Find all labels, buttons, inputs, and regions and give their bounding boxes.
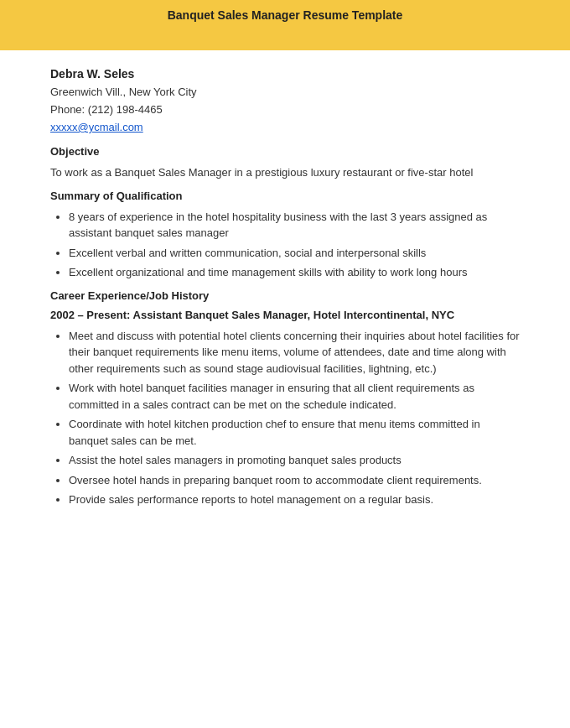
candidate-phone: Phone: (212) 198-4465 [50, 103, 520, 116]
summary-bullet-1: 8 years of experience in the hotel hospi… [69, 209, 520, 242]
summary-bullet-3: Excellent organizational and time manage… [69, 264, 520, 281]
job1-list: Meet and discuss with potential hotel cl… [50, 328, 520, 508]
job1-bullet-5: Oversee hotel hands in preparing banquet… [69, 472, 520, 489]
objective-title: Objective [50, 145, 520, 158]
job1-bullet-3: Coordinate with hotel kitchen production… [69, 416, 520, 449]
job1-bullet-4: Assist the hotel sales managers in promo… [69, 452, 520, 469]
job1-bullet-6: Provide sales performance reports to hot… [69, 491, 520, 508]
summary-bullet-2: Excellent verbal and written communicati… [69, 245, 520, 262]
summary-list: 8 years of experience in the hotel hospi… [50, 209, 520, 281]
objective-text: To work as a Banquet Sales Manager in a … [50, 164, 520, 181]
summary-title: Summary of Qualification [50, 190, 520, 202]
job1-title: 2002 – Present: Assistant Banquet Sales … [50, 309, 520, 321]
job1-bullet-1: Meet and discuss with potential hotel cl… [69, 328, 520, 377]
resume-document: Banquet Sales Manager Resume Template De… [0, 0, 570, 728]
document-title: Banquet Sales Manager Resume Template [50, 8, 520, 22]
document-header: Banquet Sales Manager Resume Template [0, 0, 570, 50]
candidate-address: Greenwich Vill., New York City [50, 86, 520, 98]
candidate-name: Debra W. Seles [50, 67, 520, 81]
career-title: Career Experience/Job History [50, 289, 520, 302]
candidate-email[interactable]: xxxxx@ycmail.com [50, 121, 520, 133]
job1-bullet-2: Work with hotel banquet facilities manag… [69, 380, 520, 413]
